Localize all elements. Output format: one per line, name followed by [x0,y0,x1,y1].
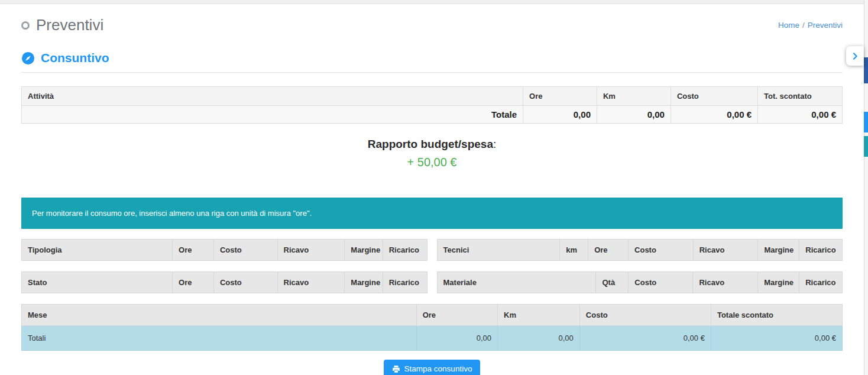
page-title-text: Preventivi [36,16,103,34]
info-alert: Per monitorare il consumo ore, inserisci… [21,198,843,229]
total-label: Totale [22,106,523,124]
tecnici-header-row: Tecnici km Ore Costo Ricavo Margine Rica… [437,240,843,261]
record-circle-icon [21,21,30,30]
tecnici-table: Tecnici km Ore Costo Ricavo Margine Rica… [437,239,843,261]
stato-col-5: Ricarico [383,272,427,293]
mese-table: Mese Ore Km Costo Totale scontato Totali… [21,304,843,351]
tipologia-table: Tipologia Ore Costo Ricavo Margine Ricar… [21,239,427,261]
tipologia-col-1: Ore [173,240,214,261]
budget-colon: : [493,138,496,150]
materiale-col-4: Margine [758,272,799,293]
total-km: 0,00 [597,106,671,124]
actions-bar: Stampa consuntivo [21,360,843,375]
top-window-edge [0,0,868,4]
section-head: Consuntivo [21,51,843,73]
mese-col-ore: Ore [416,305,497,326]
print-button-label: Stampa consuntivo [404,364,472,373]
chevron-right-icon [850,51,860,61]
col-header-ore: Ore [523,87,597,106]
breadcrumb: Home/Preventivi [778,21,843,30]
col-header-costo: Costo [671,87,757,106]
tecnici-col-5: Margine [758,240,799,261]
mese-totals-costo: 0,00 € [579,326,711,351]
page-header: Preventivi Home/Preventivi [21,12,843,34]
stato-col-4: Margine [345,272,383,293]
consuntivo-header-row: Attività Ore Km Costo Tot. scontato [22,87,843,106]
info-alert-text: Per monitorare il consumo ore, inserisci… [32,209,312,218]
tipologia-col-3: Ricavo [277,240,345,261]
collapsed-side-rail [864,0,868,375]
mese-totals-km: 0,00 [498,326,580,351]
stato-col-3: Ricavo [277,272,345,293]
stato-col-2: Costo [213,272,277,293]
stato-table: Stato Ore Costo Ricavo Margine Ricarico [21,271,427,293]
materiale-col-3: Ricavo [693,272,758,293]
budget-summary: Rapporto budget/spesa: + 50,00 € [21,138,843,169]
tecnici-col-2: Ore [588,240,629,261]
page: Preventivi Home/Preventivi Consuntivo At… [0,4,868,375]
mese-col-costo: Costo [579,305,711,326]
breadcrumb-separator: / [802,21,805,30]
mese-col-km: Km [498,305,580,326]
mese-col-totale-scontato: Totale scontato [711,305,842,326]
tipologia-col-0: Tipologia [22,240,173,261]
materiale-col-1: Qtà [596,272,629,293]
mese-totals-row: Totali 0,00 0,00 0,00 € 0,00 € [22,326,843,351]
budget-value: + 50,00 € [21,156,843,169]
tipologia-col-5: Ricarico [383,240,427,261]
mese-totals-label: Totali [22,326,417,351]
stato-col-0: Stato [22,272,173,293]
mese-header-row: Mese Ore Km Costo Totale scontato [22,305,843,326]
materiale-header-row: Materiale Qtà Costo Ricavo Margine Ricar… [437,272,843,293]
materiale-table: Materiale Qtà Costo Ricavo Margine Ricar… [437,271,843,293]
tecnici-col-0: Tecnici [437,240,560,261]
stato-header-row: Stato Ore Costo Ricavo Margine Ricarico [22,272,427,293]
compass-icon [21,51,35,65]
expand-panel-button[interactable] [846,46,864,66]
materiale-col-0: Materiale [437,272,596,293]
side-panel-tab-navy[interactable] [864,57,868,83]
tipologia-col-2: Costo [213,240,277,261]
section-title: Consuntivo [41,51,109,65]
tecnici-col-3: Costo [629,240,694,261]
summary-tables: Tipologia Ore Costo Ricavo Margine Ricar… [21,239,843,293]
tecnici-col-1: km [560,240,588,261]
consuntivo-table: Attività Ore Km Costo Tot. scontato Tota… [21,86,843,124]
printer-icon [392,365,400,373]
budget-label: Rapporto budget/spesa [368,138,493,150]
total-tot-scontato: 0,00 € [758,106,843,124]
materiale-col-5: Ricarico [799,272,843,293]
breadcrumb-current-link[interactable]: Preventivi [808,21,843,30]
side-panel-tab-blue[interactable] [864,112,868,132]
stato-col-1: Ore [173,272,214,293]
page-title: Preventivi [21,16,103,34]
tipologia-header-row: Tipologia Ore Costo Ricavo Margine Ricar… [22,240,427,261]
tecnici-col-4: Ricavo [693,240,758,261]
tecnici-col-6: Ricarico [799,240,843,261]
mese-totals-ore: 0,00 [416,326,497,351]
total-costo: 0,00 € [671,106,757,124]
consuntivo-total-row: Totale 0,00 0,00 0,00 € 0,00 € [22,106,843,124]
side-panel-tab-teal[interactable] [864,136,868,157]
breadcrumb-home-link[interactable]: Home [778,21,799,30]
col-header-tot-scontato: Tot. scontato [758,87,843,106]
mese-totals-totale-scontato: 0,00 € [711,326,842,351]
print-consuntivo-button[interactable]: Stampa consuntivo [384,360,481,375]
total-ore: 0,00 [523,106,597,124]
tipologia-col-4: Margine [345,240,383,261]
mese-col-mese: Mese [22,305,417,326]
materiale-col-2: Costo [629,272,693,293]
col-header-attivita: Attività [22,87,523,106]
col-header-km: Km [597,87,671,106]
